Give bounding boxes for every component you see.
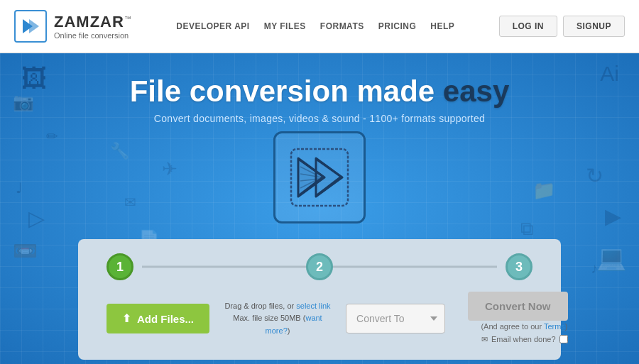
step-1-circle: 1 bbox=[106, 253, 133, 280]
nav-my-files[interactable]: MY FILES bbox=[264, 21, 306, 31]
nav-formats[interactable]: FORMATS bbox=[320, 21, 364, 31]
convert-now-button[interactable]: Convert Now bbox=[468, 292, 568, 321]
terms-link[interactable]: Terms bbox=[544, 322, 565, 331]
center-logo bbox=[273, 131, 366, 224]
email-row: ✉ Email when done? bbox=[468, 333, 568, 346]
step-2-circle: 2 bbox=[306, 253, 333, 280]
center-svg bbox=[288, 145, 351, 209]
add-files-info: Drag & drop files, or select link Max. f… bbox=[221, 300, 334, 338]
step-3-circle: 3 bbox=[506, 253, 532, 280]
logo-name: ZAMZAR™ bbox=[54, 13, 132, 31]
hero-section: 🖼 📷 ✏ ♩ ▷ 📼 🔧 ✈ ✉ 📄 🎮 Ai 📁 ↻ ▶ ♪ 💻 ⧉ Fil… bbox=[0, 53, 639, 364]
email-checkbox[interactable] bbox=[559, 335, 568, 343]
nav-links: DEVELOPER API MY FILES FORMATS PRICING H… bbox=[176, 21, 454, 31]
email-icon: ✉ bbox=[481, 333, 488, 346]
header: ZAMZAR™ Online file conversion DEVELOPER… bbox=[0, 0, 639, 53]
nav-developer-api[interactable]: DEVELOPER API bbox=[176, 21, 249, 31]
logo-area: ZAMZAR™ Online file conversion bbox=[14, 10, 132, 43]
logo-svg bbox=[20, 16, 41, 37]
upload-icon: ⬆ bbox=[122, 312, 131, 325]
signup-button[interactable]: SIGNUP bbox=[563, 16, 625, 37]
logo-text: ZAMZAR™ Online file conversion bbox=[54, 13, 132, 40]
add-files-button[interactable]: ⬆ Add Files... bbox=[106, 304, 209, 333]
hero-title: File conversion made easy bbox=[0, 75, 639, 109]
logo-tagline: Online file conversion bbox=[54, 31, 132, 40]
nav-buttons: LOG IN SIGNUP bbox=[499, 16, 625, 37]
steps-actions: ⬆ Add Files... Drag & drop files, or sel… bbox=[106, 292, 532, 346]
hero-content: File conversion made easy Convert docume… bbox=[0, 53, 639, 360]
convert-now-area: Convert Now (And agree to our Terms) ✉ E… bbox=[468, 292, 568, 346]
nav-help[interactable]: HELP bbox=[430, 21, 454, 31]
hero-subtitle: Convert documents, images, videos & soun… bbox=[0, 113, 639, 124]
max-file-text: Max. file size 50MB ( bbox=[233, 314, 305, 322]
select-link[interactable]: select link bbox=[296, 302, 330, 310]
logo-icon bbox=[14, 10, 47, 43]
convert-info: (And agree to our Terms) ✉ Email when do… bbox=[468, 321, 568, 346]
convert-to-select[interactable]: Convert To MP3 MP4 PDF JPG PNG DOC AVI M… bbox=[346, 304, 445, 333]
svg-marker-1 bbox=[29, 19, 39, 33]
nav-pricing[interactable]: PRICING bbox=[378, 21, 417, 31]
step-bar: 1 2 3 ⬆ Add Files... Drag & drop f bbox=[78, 239, 561, 360]
steps-progress: 1 2 3 bbox=[106, 253, 532, 280]
login-button[interactable]: LOG IN bbox=[499, 16, 557, 37]
